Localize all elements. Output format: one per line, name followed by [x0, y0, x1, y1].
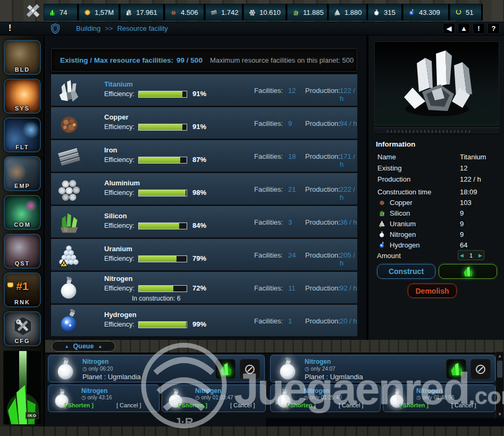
resource-silicon: 11.885: [287, 4, 329, 21]
queue-item-name: Nitrogen: [82, 358, 108, 365]
cancel-link[interactable]: [ Cancel ]: [116, 402, 141, 408]
resource-name[interactable]: Titanium: [104, 80, 133, 88]
resource-row-nitrogen[interactable]: Nitrogen Efficiency: 72% In construction…: [51, 272, 357, 304]
titanium-crystal-render: [394, 46, 480, 121]
shorten-link[interactable]: [ Shorten ]: [399, 402, 429, 408]
copper-ore-icon: [55, 110, 83, 138]
resource-row-silicon[interactable]: Silicon Efficiency: 84% Facilities: 3 Pr…: [51, 206, 357, 238]
up-button[interactable]: ▲: [458, 23, 470, 34]
resource-name[interactable]: Copper: [104, 113, 129, 121]
cancel-link[interactable]: [ Cancel ]: [339, 402, 363, 408]
efficiency-bar-fill: [139, 322, 186, 328]
queue-item-planet: Planet : Ugmlandia: [82, 373, 141, 381]
shorten-link[interactable]: [ Shorten ]: [64, 402, 94, 408]
sidebar-item-fleet[interactable]: FLT: [4, 117, 41, 152]
sidebar-item-system[interactable]: SYS: [4, 79, 41, 114]
breadcrumb-resource-facility[interactable]: Resource facility: [117, 24, 167, 32]
resource-row-hydrogen[interactable]: Hydrogen Efficiency: 99% Facilities: 1 P…: [51, 305, 357, 337]
facilities-label: Facilities:: [254, 284, 283, 292]
resource-hydrogen: 43.309: [403, 4, 450, 21]
info-existing-label: Existing: [377, 164, 402, 172]
demolish-button[interactable]: Demolish: [408, 284, 457, 298]
efficiency-label: Efficiency:: [104, 285, 135, 292]
efficiency-bar-fill: [139, 286, 173, 292]
production-value: 171 / h: [340, 152, 357, 168]
construct-button[interactable]: Construct: [377, 264, 435, 279]
shorten-link[interactable]: [ Shorten ]: [178, 402, 207, 408]
efficiency-bar-fill: [139, 124, 182, 130]
breadcrumb-separator: >>: [105, 24, 113, 32]
info-production-value: 122 / h: [460, 175, 481, 183]
production-label: Production:: [305, 251, 340, 259]
titanium-icon: [125, 9, 132, 16]
efficiency-value: 98%: [192, 189, 206, 196]
alert-icon[interactable]: !: [9, 23, 11, 33]
amount-stepper[interactable]: ◀ 1 ▶: [458, 250, 484, 260]
amount-value[interactable]: 1: [465, 252, 477, 259]
cancel-link[interactable]: [ Cancel ]: [451, 402, 476, 408]
resource-name[interactable]: Iron: [104, 146, 117, 154]
queue-card: Nitrogen ◷ only 01:25:40 [ Shorten ] [ C…: [270, 384, 381, 412]
resource-uranium: 1.880: [329, 4, 368, 21]
sidebar-item-building[interactable]: BLD: [4, 40, 41, 75]
amount-label: Amount: [377, 252, 401, 260]
finish-with-ikonium-button[interactable]: [215, 359, 236, 379]
resource-name[interactable]: Uranium: [104, 245, 132, 253]
cancel-link[interactable]: [ Cancel ]: [230, 402, 255, 408]
help-button[interactable]: ?: [488, 23, 500, 34]
notice-button[interactable]: !: [473, 23, 485, 34]
production-label: Production:: [305, 284, 340, 292]
efficiency-value: 84%: [192, 221, 206, 229]
panel-divider: [374, 127, 499, 134]
resource-row-aluminium[interactable]: Aluminium Efficiency: 98% Facilities: 21…: [51, 173, 357, 205]
clock-icon: ◷: [305, 366, 309, 372]
aluminium-ingots-icon: [55, 176, 83, 203]
resource-row-uranium[interactable]: Uranium Efficiency: 79% Facilities: 24 P…: [51, 239, 357, 271]
sidebar-item-empire[interactable]: EMP: [4, 156, 41, 191]
scroll-up-icon[interactable]: ▲: [496, 353, 503, 358]
energy-icon: [455, 9, 462, 16]
cost-uranium-label: Uranium: [390, 220, 416, 228]
scroll-down-icon[interactable]: ▼: [496, 412, 503, 417]
resource-name[interactable]: Hydrogen: [104, 311, 137, 319]
cancel-queue-button[interactable]: ⊘: [471, 359, 491, 379]
shorten-link[interactable]: [ Shorten ]: [287, 402, 316, 408]
resource-name[interactable]: Silicon: [104, 212, 127, 220]
facilities-label: Facilities:: [254, 152, 283, 160]
back-button[interactable]: ◀: [443, 23, 455, 34]
resource-row-iron[interactable]: Iron Efficiency: 87% Facilities: 18 Prod…: [51, 140, 357, 172]
production-label: Production:: [305, 119, 340, 127]
queue-item-name: Nitrogen: [416, 387, 442, 395]
queue-scrollbar[interactable]: ▲ ▼: [495, 352, 504, 418]
queue-arrow-icon: ▲: [98, 344, 102, 349]
cost-silicon-label: Silicon: [390, 209, 410, 217]
ikonium-crystal-icon: [49, 9, 56, 16]
sidebar-item-config[interactable]: CFG: [4, 311, 41, 346]
facilities-value: 11: [288, 284, 296, 292]
game-screen: 74 1,57M 17.961 4.506 1.742 10.610 11.88…: [0, 0, 504, 436]
production-value: 36 / h: [340, 218, 357, 226]
efficiency-bar: [138, 223, 187, 229]
amount-increase-icon[interactable]: ▶: [477, 253, 484, 258]
finish-with-ikonium-button[interactable]: [446, 359, 466, 379]
shield-icon[interactable]: [51, 23, 60, 34]
queue-card: Nitrogen ◷ only 01:48:56 [ Shorten ] [ C…: [383, 384, 495, 412]
sidebar-item-ranking[interactable]: #1 RNK: [4, 272, 41, 307]
amount-decrease-icon[interactable]: ◀: [458, 253, 465, 258]
production-value: 122 / h: [340, 87, 357, 102]
resource-row-titanium[interactable]: Titanium Efficiency: 91% Facilities: 12 …: [51, 74, 357, 106]
cost-copper-label: Copper: [390, 199, 413, 207]
scrollbar-thumb[interactable]: [497, 361, 502, 378]
breadcrumb-building[interactable]: Building: [76, 24, 100, 32]
queue-item-planet: Planet : Ugmlandia: [305, 373, 363, 381]
resource-row-copper[interactable]: Copper Efficiency: 91% Facilities: 9 Pro…: [51, 107, 357, 139]
iko-label: IKO: [26, 412, 39, 419]
cancel-queue-button[interactable]: ⊘: [240, 359, 260, 379]
sidebar-item-communication[interactable]: COM: [4, 195, 41, 230]
efficiency-bar: [138, 255, 187, 262]
buy-with-ikonium-button[interactable]: [439, 264, 497, 279]
sidebar-item-quest[interactable]: QST: [4, 234, 41, 269]
resource-name[interactable]: Aluminium: [104, 179, 140, 187]
queue-tab[interactable]: ▲ Queue ▲: [52, 341, 115, 352]
resource-name[interactable]: Nitrogen: [104, 275, 132, 283]
